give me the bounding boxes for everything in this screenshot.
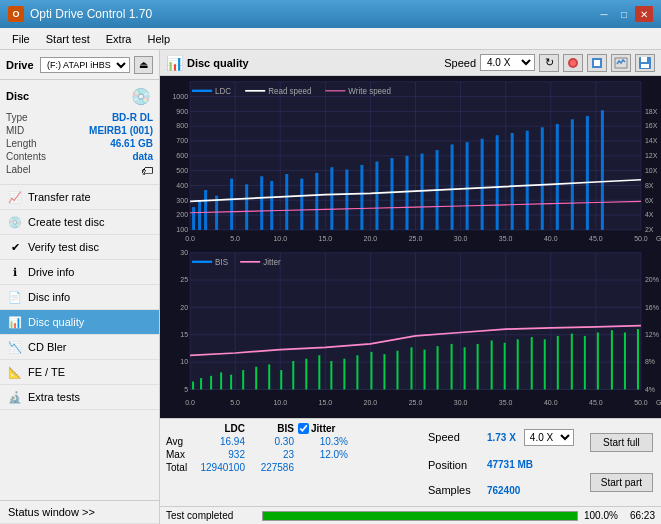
svg-text:300: 300 — [176, 195, 188, 205]
svg-rect-74 — [511, 133, 514, 230]
stats-total-row: Total 12940100 227586 — [166, 462, 414, 473]
eject-button[interactable]: ⏏ — [134, 56, 153, 74]
nav-menu: 📈 Transfer rate 💿 Create test disc ✔ Ver… — [0, 185, 159, 410]
position-value: 47731 MB — [487, 459, 533, 470]
samples-label: Samples — [428, 484, 483, 496]
svg-rect-52 — [198, 201, 201, 230]
svg-rect-133 — [242, 370, 244, 389]
drive-select[interactable]: (F:) ATAPI iHBS112 2 CL0K — [40, 57, 130, 73]
nav-disc-info[interactable]: 📄 Disc info — [0, 285, 159, 310]
svg-text:8%: 8% — [645, 357, 655, 367]
menu-help[interactable]: Help — [139, 31, 178, 47]
svg-rect-148 — [437, 346, 439, 389]
nav-transfer-rate-label: Transfer rate — [28, 191, 91, 203]
disc-title: Disc — [6, 90, 29, 102]
svg-rect-151 — [477, 344, 479, 390]
svg-text:35.0: 35.0 — [499, 234, 513, 244]
svg-rect-153 — [504, 343, 506, 390]
svg-text:200: 200 — [176, 210, 188, 220]
svg-text:900: 900 — [176, 106, 188, 116]
nav-cd-bler[interactable]: 📉 CD Bler — [0, 335, 159, 360]
speed-select[interactable]: 4.0 X 1.0 X 2.0 X 8.0 X — [480, 54, 535, 71]
disc-icon: 💿 — [129, 84, 153, 108]
action-btn-2[interactable] — [587, 54, 607, 72]
svg-rect-147 — [424, 350, 426, 390]
menu-start-test[interactable]: Start test — [38, 31, 98, 47]
quality-header-icon: 📊 — [166, 55, 183, 71]
svg-rect-138 — [305, 359, 307, 390]
svg-text:15.0: 15.0 — [319, 398, 333, 408]
minimize-button[interactable]: ─ — [595, 6, 613, 22]
svg-rect-163 — [637, 329, 639, 389]
svg-rect-136 — [280, 370, 282, 389]
app-title: Opti Drive Control 1.70 — [30, 7, 152, 21]
charts-area: 100 200 300 400 500 600 700 800 900 1000… — [160, 76, 661, 418]
action-btn-3[interactable] — [611, 54, 631, 72]
svg-rect-65 — [375, 162, 378, 230]
nav-drive-info-label: Drive info — [28, 266, 74, 278]
close-button[interactable]: ✕ — [635, 6, 653, 22]
refresh-button[interactable]: ↻ — [539, 54, 559, 72]
speed-stat-value: 1.73 X — [487, 432, 516, 443]
svg-rect-71 — [466, 142, 469, 230]
maximize-button[interactable]: □ — [615, 6, 633, 22]
svg-rect-73 — [496, 135, 499, 230]
disc-mid-value: MEIRB1 (001) — [89, 125, 153, 136]
status-window-button[interactable]: Status window >> — [0, 501, 159, 524]
nav-create-test-disc[interactable]: 💿 Create test disc — [0, 210, 159, 235]
disc-label-label: Label — [6, 164, 30, 178]
svg-text:25: 25 — [180, 275, 188, 285]
menu-extra[interactable]: Extra — [98, 31, 140, 47]
svg-text:30: 30 — [180, 248, 188, 258]
svg-rect-156 — [544, 339, 546, 389]
svg-text:4X: 4X — [645, 210, 654, 220]
nav-fe-te[interactable]: 📐 FE / TE — [0, 360, 159, 385]
nav-disc-quality[interactable]: 📊 Disc quality — [0, 310, 159, 335]
jitter-checkbox[interactable] — [298, 423, 309, 434]
quality-header: 📊 Disc quality Speed 4.0 X 1.0 X 2.0 X 8… — [160, 50, 661, 76]
nav-verify-test-disc[interactable]: ✔ Verify test disc — [0, 235, 159, 260]
stats-header-row: LDC BIS Jitter — [166, 423, 414, 434]
nav-extra-tests[interactable]: 🔬 Extra tests — [0, 385, 159, 410]
disc-contents-row: Contents data — [6, 151, 153, 162]
avg-bis: 0.30 — [249, 436, 294, 447]
svg-rect-157 — [557, 336, 559, 390]
svg-rect-55 — [230, 179, 233, 230]
bis-header: BIS — [249, 423, 294, 434]
svg-rect-145 — [396, 351, 398, 390]
nav-transfer-rate[interactable]: 📈 Transfer rate — [0, 185, 159, 210]
menu-file[interactable]: File — [4, 31, 38, 47]
nav-disc-info-label: Disc info — [28, 291, 70, 303]
svg-text:Read speed: Read speed — [268, 86, 311, 97]
start-part-button[interactable]: Start part — [590, 473, 653, 492]
svg-text:18X: 18X — [645, 106, 657, 116]
disc-contents-value: data — [132, 151, 153, 162]
progress-bar-container: Test completed 100.0% 66:23 — [160, 506, 661, 524]
svg-text:1000: 1000 — [172, 91, 188, 101]
action-btn-1[interactable] — [563, 54, 583, 72]
svg-rect-142 — [356, 355, 358, 389]
svg-text:8X: 8X — [645, 180, 654, 190]
svg-rect-3 — [594, 60, 600, 66]
samples-value: 762400 — [487, 485, 520, 496]
stats-max-row: Max 932 23 12.0% — [166, 449, 414, 460]
svg-text:45.0: 45.0 — [589, 398, 603, 408]
disc-type-value: BD-R DL — [112, 112, 153, 123]
disc-quality-icon: 📊 — [8, 315, 22, 329]
svg-text:GB: GB — [656, 398, 661, 408]
save-button[interactable] — [635, 54, 655, 72]
charts-svg: 100 200 300 400 500 600 700 800 900 1000… — [160, 76, 661, 418]
disc-contents-label: Contents — [6, 151, 46, 162]
svg-rect-7 — [641, 64, 649, 68]
svg-rect-150 — [464, 347, 466, 389]
nav-drive-info[interactable]: ℹ Drive info — [0, 260, 159, 285]
transfer-rate-icon: 📈 — [8, 190, 22, 204]
svg-text:16%: 16% — [645, 302, 659, 312]
svg-text:500: 500 — [176, 165, 188, 175]
quality-title: Disc quality — [187, 57, 249, 69]
svg-rect-59 — [285, 174, 288, 230]
speed-stat-select[interactable]: 4.0 X 1.0 X 2.0 X — [524, 429, 574, 446]
svg-text:10: 10 — [180, 357, 188, 367]
svg-text:25.0: 25.0 — [409, 398, 423, 408]
start-full-button[interactable]: Start full — [590, 433, 653, 452]
